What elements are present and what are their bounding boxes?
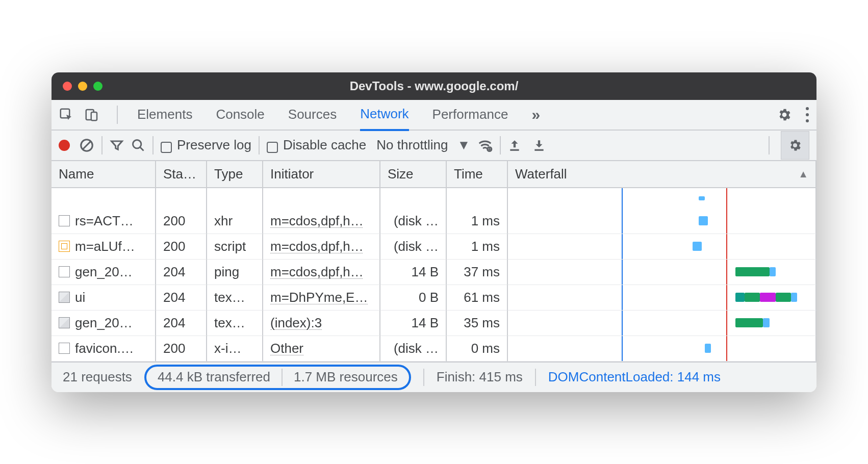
device-toggle-icon[interactable]: [84, 107, 99, 122]
download-har-icon[interactable]: [532, 139, 546, 152]
time-cell: 1 ms: [447, 234, 508, 260]
svg-point-3: [806, 107, 809, 110]
name-cell[interactable]: gen_20…: [52, 260, 156, 285]
more-tabs-icon[interactable]: »: [531, 106, 540, 123]
name-cell[interactable]: favicon.…: [52, 336, 156, 362]
waterfall-header-area: [508, 188, 816, 209]
status-bar: 21 requests 44.4 kB transferred 1.7 MB r…: [52, 362, 816, 392]
tab-console[interactable]: Console: [216, 99, 264, 130]
col-status[interactable]: Sta…: [156, 161, 207, 188]
status-transferred: 44.4 kB transferred: [158, 369, 270, 385]
network-toolbar: Preserve log Disable cache No throttling…: [52, 131, 816, 161]
svg-point-5: [806, 119, 809, 122]
disable-cache-checkbox[interactable]: Disable cache: [267, 137, 366, 153]
status-requests: 21 requests: [63, 369, 132, 385]
size-cell: 14 B: [380, 260, 447, 285]
request-table: Name Sta… Type Initiator Size Time Water…: [52, 161, 816, 362]
time-cell: 1 ms: [447, 209, 508, 234]
name-cell[interactable]: m=aLUf…: [52, 234, 156, 260]
svg-rect-9: [510, 149, 519, 150]
col-initiator[interactable]: Initiator: [263, 161, 380, 188]
divider: [152, 136, 154, 154]
tab-elements[interactable]: Elements: [137, 99, 192, 130]
time-cell: 61 ms: [447, 285, 508, 311]
svg-rect-10: [535, 149, 544, 150]
type-cell: ping: [207, 260, 263, 285]
waterfall-cell[interactable]: [508, 285, 816, 311]
type-cell: xhr: [207, 209, 263, 234]
status-cell: 204: [156, 311, 207, 336]
window-title: DevTools - www.google.com/: [52, 79, 816, 93]
col-type[interactable]: Type: [207, 161, 263, 188]
col-size[interactable]: Size: [380, 161, 447, 188]
svg-point-7: [133, 140, 141, 148]
type-cell: tex…: [207, 285, 263, 311]
filter-icon[interactable]: [110, 138, 124, 152]
svg-rect-2: [91, 112, 97, 120]
size-cell: 14 B: [380, 311, 447, 336]
search-icon[interactable]: [131, 138, 145, 152]
kebab-menu-icon[interactable]: [805, 107, 809, 122]
devtools-window: DevTools - www.google.com/ Elements Cons…: [52, 72, 816, 392]
waterfall-cell[interactable]: [508, 260, 816, 285]
name-cell[interactable]: rs=ACT…: [52, 209, 156, 234]
initiator-cell[interactable]: m=cdos,dpf,h…: [263, 234, 380, 260]
col-time[interactable]: Time: [447, 161, 508, 188]
time-cell: 0 ms: [447, 336, 508, 362]
initiator-cell[interactable]: Other: [263, 336, 380, 362]
status-cell: 200: [156, 209, 207, 234]
clear-icon[interactable]: [79, 138, 94, 153]
divider: [259, 136, 260, 154]
main-tabstrip: Elements Console Sources Network Perform…: [52, 100, 816, 131]
initiator-cell[interactable]: m=DhPYme,E…: [263, 285, 380, 311]
divider: [117, 106, 118, 124]
name-cell[interactable]: gen_20…: [52, 311, 156, 336]
size-cell: (disk …: [380, 336, 447, 362]
network-settings-icon[interactable]: [781, 131, 809, 160]
divider: [769, 136, 770, 154]
network-conditions-icon[interactable]: [477, 138, 493, 153]
type-cell: script: [207, 234, 263, 260]
upload-har-icon[interactable]: [508, 139, 521, 152]
settings-icon[interactable]: [777, 107, 792, 122]
type-cell: x-i…: [207, 336, 263, 362]
waterfall-cell[interactable]: [508, 336, 816, 362]
highlight-box: 44.4 kB transferred 1.7 MB resources: [144, 365, 411, 390]
inspect-icon[interactable]: [59, 107, 74, 122]
size-cell: (disk …: [380, 234, 447, 260]
name-cell[interactable]: ui: [52, 285, 156, 311]
initiator-cell[interactable]: (index):3: [263, 311, 380, 336]
type-cell: tex…: [207, 311, 263, 336]
status-cell: 200: [156, 336, 207, 362]
preserve-log-checkbox[interactable]: Preserve log: [161, 137, 251, 153]
tab-network[interactable]: Network: [360, 99, 409, 131]
status-cell: 200: [156, 234, 207, 260]
initiator-cell[interactable]: m=cdos,dpf,h…: [263, 260, 380, 285]
initiator-cell[interactable]: m=cdos,dpf,h…: [263, 209, 380, 234]
status-finish: Finish: 415 ms: [437, 369, 523, 385]
sort-indicator-icon: ▲: [798, 168, 808, 180]
col-waterfall[interactable]: Waterfall▲: [508, 161, 816, 188]
dropdown-icon: ▼: [457, 137, 470, 153]
status-cell: 204: [156, 285, 207, 311]
divider: [101, 136, 103, 154]
time-cell: 37 ms: [447, 260, 508, 285]
throttling-select[interactable]: No throttling ▼: [376, 137, 470, 153]
status-dcl: DOMContentLoaded: 144 ms: [548, 369, 721, 385]
status-resources: 1.7 MB resources: [294, 369, 398, 385]
record-button[interactable]: [59, 140, 70, 151]
size-cell: (disk …: [380, 209, 447, 234]
tab-sources[interactable]: Sources: [288, 99, 337, 130]
waterfall-cell[interactable]: [508, 209, 816, 234]
waterfall-cell[interactable]: [508, 311, 816, 336]
divider: [500, 136, 501, 154]
col-name[interactable]: Name: [52, 161, 156, 188]
svg-point-4: [806, 113, 809, 116]
titlebar: DevTools - www.google.com/: [52, 72, 816, 100]
status-cell: 204: [156, 260, 207, 285]
size-cell: 0 B: [380, 285, 447, 311]
time-cell: 35 ms: [447, 311, 508, 336]
tab-performance[interactable]: Performance: [432, 99, 508, 130]
waterfall-cell[interactable]: [508, 234, 816, 260]
